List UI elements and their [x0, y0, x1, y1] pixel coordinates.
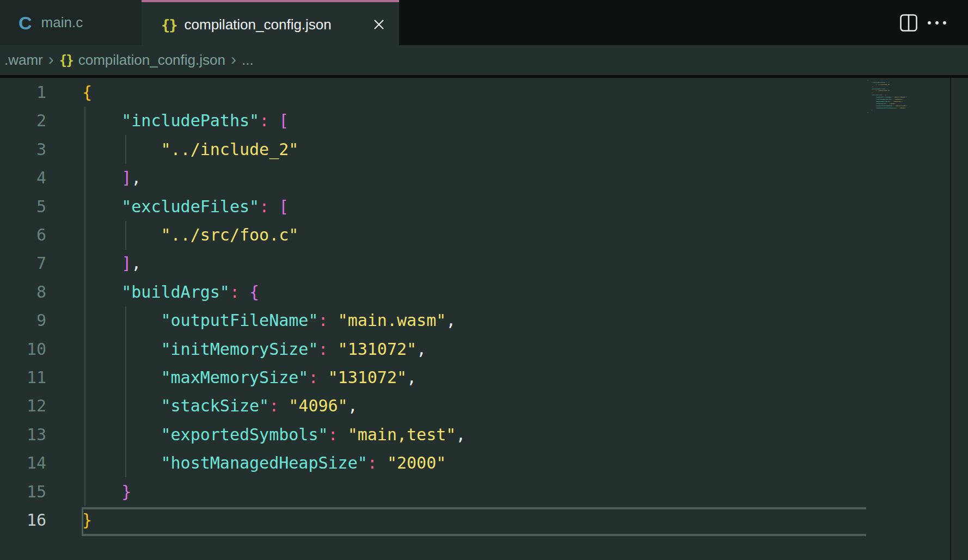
code-token	[82, 254, 121, 273]
code-token: "stackSize"	[161, 396, 269, 415]
code-token: :	[230, 282, 240, 301]
code-token: :	[318, 340, 328, 359]
code-line[interactable]: "maxMemorySize": "131072",	[82, 364, 416, 392]
code-token: ,	[131, 254, 141, 273]
code-token	[279, 396, 289, 415]
close-icon[interactable]	[371, 16, 387, 33]
ellipsis-icon	[928, 21, 931, 24]
code-token: "buildArgs"	[872, 94, 883, 96]
code-token: "excludeFiles"	[121, 197, 259, 216]
code-token	[867, 92, 872, 94]
code-token: "4096"	[889, 103, 895, 104]
breadcrumb-item-wamr[interactable]: .wamr	[4, 52, 43, 69]
code-line[interactable]: "../src/foo.c"	[82, 221, 298, 249]
code-line[interactable]: {	[82, 78, 92, 107]
code-token	[240, 282, 249, 301]
tab-main-c[interactable]: C main.c	[0, 0, 142, 45]
code-token: :	[367, 453, 377, 472]
code-token	[82, 368, 161, 387]
gutter: 12345678910111213141516	[0, 78, 46, 560]
code-token	[269, 111, 279, 130]
code-token: "main,test"	[895, 105, 906, 107]
editor-actions	[899, 0, 968, 45]
code-token: "2000"	[387, 453, 446, 472]
line-number: 10	[0, 335, 46, 364]
code-token: "maxMemorySize"	[161, 368, 309, 387]
code-line[interactable]: ],	[82, 164, 141, 192]
code-line[interactable]: }	[82, 506, 92, 534]
code-token: }	[82, 510, 92, 530]
code-token: :	[269, 396, 279, 415]
code-token: "initMemorySize"	[161, 340, 318, 359]
more-actions-button[interactable]	[928, 14, 946, 32]
code-token	[867, 101, 875, 102]
line-number: 1	[0, 78, 46, 107]
split-editor-button[interactable]	[899, 14, 918, 32]
code-token	[867, 94, 872, 96]
breadcrumb-item-symbol[interactable]: ...	[242, 52, 254, 69]
breadcrumb-item-file[interactable]: compilation_config.json	[78, 52, 225, 69]
code-token	[318, 368, 328, 387]
code-token: }	[872, 109, 873, 111]
code-token: ,	[895, 103, 896, 104]
code-token: {	[82, 83, 92, 102]
code-token: ,	[456, 425, 465, 444]
code-token: "main.wasm"	[338, 311, 446, 330]
code-line[interactable]: "buildArgs": {	[82, 278, 259, 306]
code-token: ,	[906, 105, 908, 107]
json-file-icon: {}	[161, 17, 177, 32]
code-line[interactable]: "hostManagedHeapSize": "2000"	[82, 449, 446, 477]
code-token: "../include_2"	[875, 84, 890, 85]
line-number: 8	[0, 278, 46, 306]
code-token: "../include_2"	[161, 140, 299, 159]
minimap[interactable]: { "includePaths": [ "../include_2" ], "e…	[865, 78, 950, 560]
code-token	[867, 103, 875, 104]
code-line[interactable]: "stackSize": "4096",	[82, 392, 358, 420]
line-number: 6	[0, 221, 46, 249]
code-token	[82, 111, 121, 130]
code-line[interactable]: "exportedSymbols": "main,test",	[82, 421, 465, 449]
code-token: ,	[905, 96, 906, 98]
code-line[interactable]: "excludeFiles": [	[82, 193, 289, 221]
code-line[interactable]: "includePaths": [	[82, 107, 289, 135]
code-token: "main.wasm"	[894, 96, 905, 98]
code-line[interactable]: "outputFileName": "main.wasm",	[82, 306, 456, 335]
code-token: ]	[121, 168, 131, 187]
tab-compilation-config-json[interactable]: {} compilation_config.json	[142, 0, 399, 47]
line-number: 9	[0, 306, 46, 335]
code-line[interactable]: "../include_2"	[82, 136, 298, 164]
code-area[interactable]: { "includePaths": [ "../include_2" ], "e…	[82, 78, 865, 560]
code-token: ]	[121, 254, 131, 273]
json-file-icon: {}	[59, 53, 73, 68]
code-token: [	[888, 82, 889, 83]
code-token	[82, 396, 161, 415]
code-token	[82, 311, 161, 330]
code-token: }	[867, 112, 868, 113]
code-token: "131072"	[894, 99, 902, 100]
line-number: 2	[0, 107, 46, 135]
ellipsis-icon	[935, 21, 939, 24]
code-token: [	[888, 88, 889, 89]
code-token	[82, 282, 121, 301]
code-line[interactable]: }	[82, 478, 131, 506]
code-token	[867, 84, 875, 85]
code-token: "initMemorySize"	[875, 99, 892, 100]
code-token: {	[867, 79, 868, 81]
code-token: "4096"	[289, 396, 347, 415]
code-token	[867, 99, 875, 100]
code-token: [	[279, 197, 289, 216]
ellipsis-icon	[943, 21, 946, 24]
code-token: "../src/foo.c"	[875, 90, 890, 91]
code-token	[82, 482, 121, 501]
tab-label: main.c	[41, 14, 83, 31]
code-token	[328, 311, 338, 330]
code-token: {	[249, 282, 259, 301]
code-token	[377, 453, 387, 472]
code-token: "131072"	[338, 340, 417, 359]
code-line[interactable]: ],	[82, 249, 141, 278]
line-number: 12	[0, 392, 46, 420]
code-line[interactable]: "initMemorySize": "131072",	[82, 335, 426, 364]
code-token	[867, 90, 875, 91]
code-token: ,	[872, 85, 873, 87]
code-token: ,	[407, 368, 416, 387]
